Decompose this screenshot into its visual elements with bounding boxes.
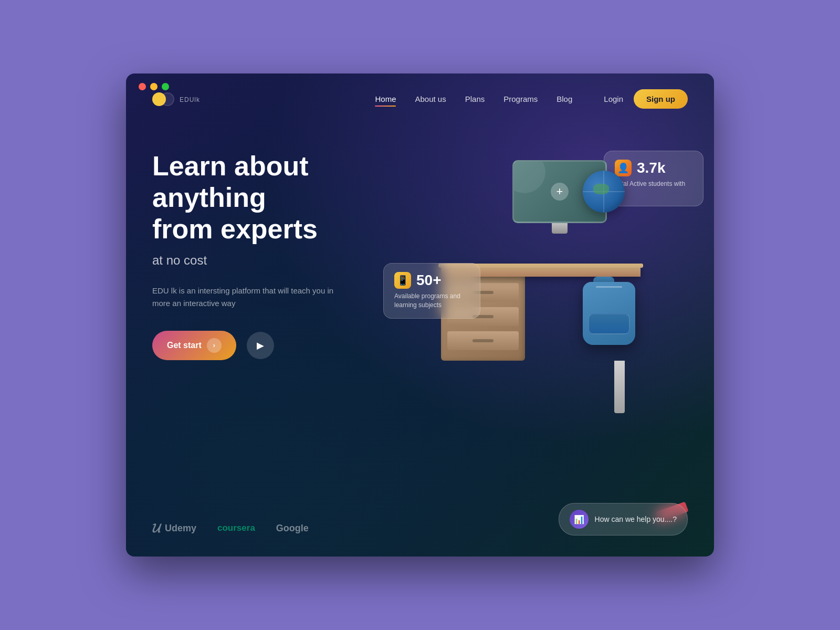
traffic-light-red[interactable] [139, 83, 146, 90]
signup-button[interactable]: Sign up [634, 89, 688, 109]
nav-link-plans[interactable]: Plans [465, 94, 485, 103]
globe [583, 171, 625, 213]
nav-link-about[interactable]: About us [415, 94, 446, 103]
play-icon: ▶ [257, 340, 264, 351]
card-number-students: 3.7k [637, 160, 666, 176]
nav-link-blog[interactable]: Blog [556, 94, 572, 103]
card-label-students: Total Active students with us [615, 180, 692, 197]
backpack-body [583, 282, 635, 345]
traffic-light-green[interactable] [162, 83, 169, 90]
nav-link-home[interactable]: Home [375, 94, 396, 103]
hero-subtitle: at no cost [152, 253, 394, 268]
card-label-programs: Available programs and learning subjects [394, 292, 469, 310]
browser-window: EDUlk Home About us Plans Programs Blog … [126, 74, 714, 556]
desk-leg [614, 361, 625, 413]
chat-widget[interactable]: 📊 How can we help you....? [559, 503, 688, 536]
info-card-programs: 📱 50+ Available programs and learning su… [383, 263, 480, 319]
nav-link-programs[interactable]: Programs [503, 94, 538, 103]
hero-title: Learn about anything from experts [152, 151, 394, 245]
main-content: Learn about anything from experts at no … [126, 119, 714, 413]
traffic-light-yellow[interactable] [150, 83, 158, 90]
drawer-3 [447, 331, 519, 350]
backpack-zipper [596, 286, 622, 288]
monitor-plus-icon: + [551, 183, 569, 201]
card-header-top: 👤 3.7k [615, 160, 692, 176]
partners: 𝓤 Udemy coursera Google [152, 521, 309, 536]
chat-icon: 📊 [570, 510, 589, 529]
play-button[interactable]: ▶ [247, 332, 274, 359]
card-icon-program: 📱 [394, 272, 411, 289]
traffic-lights [139, 83, 169, 90]
drawer-handle-3 [472, 339, 494, 342]
hero-illustration: 👤 3.7k Total Active students with us [394, 140, 688, 392]
globe-body [583, 171, 625, 213]
logo-icon [152, 92, 175, 106]
backpack-pocket [588, 313, 630, 334]
arrow-icon: › [207, 338, 222, 353]
hero-actions: Get start › ▶ [152, 331, 394, 360]
hero-description: EDU lk is an intersting platform that wi… [152, 285, 341, 310]
logo-text: EDUlk [180, 93, 200, 104]
hero-left: Learn about anything from experts at no … [152, 140, 394, 360]
nav-links: Home About us Plans Programs Blog [375, 94, 572, 103]
partner-google: Google [276, 523, 309, 534]
chat-text: How can we help you....? [595, 515, 677, 523]
nav-actions: Login Sign up [604, 89, 688, 109]
backpack [578, 282, 640, 355]
card-number-programs: 50+ [416, 272, 442, 289]
get-start-button[interactable]: Get start › [152, 331, 236, 360]
logo-circle-yellow [152, 92, 166, 106]
udemy-icon: 𝓤 [152, 521, 161, 536]
globe-continent [593, 184, 609, 194]
login-button[interactable]: Login [604, 94, 623, 103]
card-header-bottom: 📱 50+ [394, 272, 469, 289]
partner-coursera: coursera [217, 523, 255, 533]
logo: EDUlk [152, 92, 200, 106]
navbar: EDUlk Home About us Plans Programs Blog … [126, 74, 714, 119]
monitor-stand [552, 223, 568, 234]
partner-udemy: 𝓤 Udemy [152, 521, 196, 536]
